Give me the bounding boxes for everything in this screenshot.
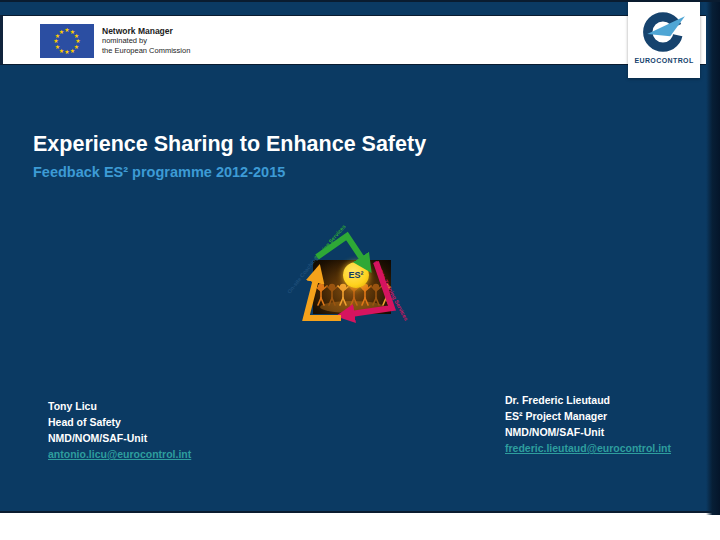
svg-text:★: ★ (59, 28, 64, 35)
title-block: Experience Sharing to Enhance Safety Fee… (33, 132, 426, 180)
page-subtitle: Feedback ES² programme 2012-2015 (33, 164, 426, 180)
slide: ★ ★ ★ ★ ★ ★ ★ ★ ★ ★ ★ ★ Ne (0, 0, 720, 513)
contact-left-unit: NMD/NOM/SAF-Unit (48, 430, 191, 446)
eurocontrol-emblem-icon (641, 9, 687, 55)
contact-right-role: ES² Project Manager (505, 408, 671, 424)
header-band: ★ ★ ★ ★ ★ ★ ★ ★ ★ ★ ★ ★ Ne (0, 15, 706, 65)
top-strip (0, 2, 720, 15)
eu-flag-icon: ★ ★ ★ ★ ★ ★ ★ ★ ★ ★ ★ ★ (40, 24, 94, 58)
es2-triangle-diagram: ES² Sharing Services On-site Coaching On… (283, 227, 413, 327)
network-manager-line3: the European Commission (102, 46, 190, 56)
page-title: Experience Sharing to Enhance Safety (33, 132, 426, 157)
contact-left-role: Head of Safety (48, 414, 191, 430)
contact-right-name: Dr. Frederic Lieutaud (505, 392, 671, 408)
contact-right-unit: NMD/NOM/SAF-Unit (505, 424, 671, 440)
network-manager-title: Network Manager (102, 26, 190, 36)
contact-left-name: Tony Licu (48, 398, 191, 414)
eurocontrol-label: EUROCONTROL (634, 57, 693, 64)
slide-edge-shadow (706, 2, 720, 515)
network-manager-logo: ★ ★ ★ ★ ★ ★ ★ ★ ★ ★ ★ ★ Ne (40, 24, 190, 58)
network-manager-line2: nominated by (102, 36, 190, 46)
contact-left-email-link[interactable]: antonio.licu@eurocontrol.int (48, 448, 191, 460)
contact-right-email-link[interactable]: frederic.lieutaud@eurocontrol.int (505, 442, 671, 454)
svg-text:★: ★ (64, 48, 69, 55)
eurocontrol-logo: EUROCONTROL (628, 2, 700, 78)
contact-left: Tony Licu Head of Safety NMD/NOM/SAF-Uni… (48, 398, 191, 462)
contact-right: Dr. Frederic Lieutaud ES² Project Manage… (505, 392, 671, 456)
network-manager-text: Network Manager nominated by the Europea… (102, 26, 190, 56)
svg-text:★: ★ (70, 47, 75, 54)
